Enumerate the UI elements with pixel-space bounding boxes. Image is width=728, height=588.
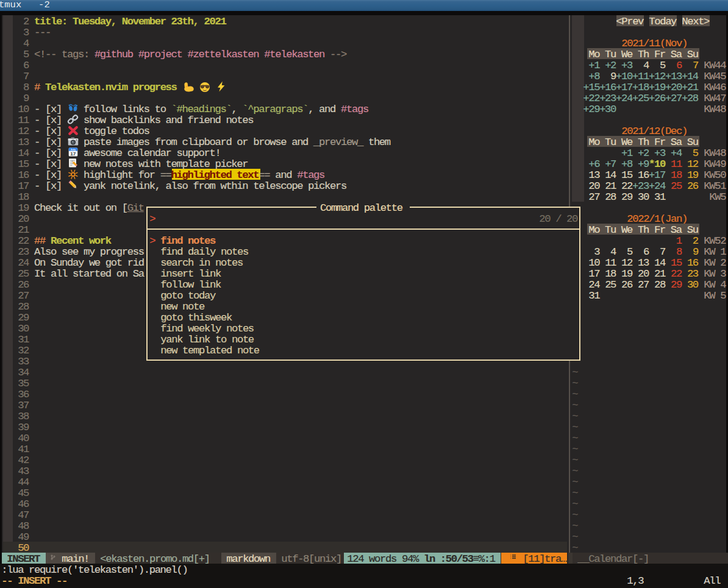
svg-text:17: 17 [70, 151, 76, 157]
